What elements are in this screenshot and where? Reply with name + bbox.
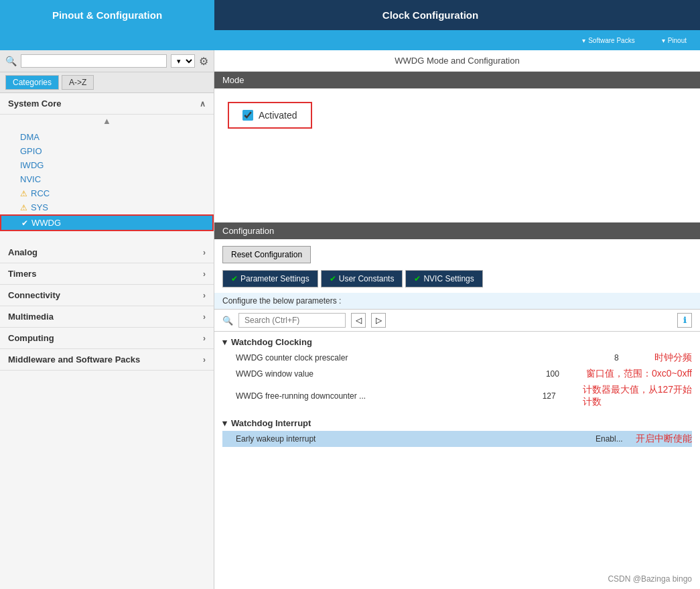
param-row-prescaler: WWDG counter clock prescaler 8 时钟分频 [222, 350, 692, 366]
watchdog-interrupt-label: Watchdog Interrupt [231, 418, 311, 428]
chevron-down-icon-2: ▾ [662, 37, 665, 44]
param-settings-label: Parameter Settings [240, 274, 309, 283]
pinout-config-tab[interactable]: Pinout & Configuration [0, 0, 214, 30]
top-header: Pinout & Configuration Clock Configurati… [0, 0, 700, 30]
multimedia-header[interactable]: Multimedia › [0, 306, 214, 328]
scroll-up-indicator: ▲ [0, 115, 214, 127]
mode-section-header: Mode [214, 72, 700, 88]
clock-config-tab[interactable]: Clock Configuration [214, 0, 646, 30]
annotation-prescaler: 时钟分频 [654, 352, 692, 364]
settings-icon[interactable]: ⚙ [199, 55, 208, 68]
timers-label: Timers [8, 269, 36, 279]
params-hint-text: Configure the below parameters : [222, 296, 341, 306]
connectivity-label: Connectivity [8, 290, 60, 300]
watchdog-interrupt-header[interactable]: ▾ Watchdog Interrupt [222, 415, 692, 431]
sidebar-item-gpio[interactable]: GPIO [0, 144, 214, 158]
param-early-wakeup-name: Early wakeup interrupt [236, 434, 596, 444]
multimedia-label: Multimedia [8, 312, 54, 322]
chevron-right-icon-analog: › [203, 248, 206, 257]
annotation-counter: 计数器最大值，从127开始 计数 [583, 384, 692, 408]
tab-user-constants[interactable]: ✔ User Constants [321, 270, 403, 287]
analog-header[interactable]: Analog › [0, 242, 214, 263]
system-core-items: DMA GPIO IWDG NVIC ⚠ RCC ⚠ SYS ✔ WWDG [0, 127, 214, 237]
az-tab[interactable]: A->Z [62, 75, 94, 90]
software-packs-menu[interactable]: ▾ Software Packs [569, 37, 648, 44]
content-area: WWDG Mode and Configuration Mode Activat… [214, 50, 700, 589]
param-row-window: WWDG window value 100 窗口值，范围：0xc0~0xff [222, 366, 692, 382]
tab-nvic-settings[interactable]: ✔ NVIC Settings [405, 270, 482, 287]
tab-parameter-settings[interactable]: ✔ Parameter Settings [222, 270, 318, 287]
param-counter-value: 127 [543, 391, 576, 401]
warning-icon-sys: ⚠ [20, 203, 27, 212]
system-core-header[interactable]: System Core ∧ [0, 93, 214, 115]
nvic-label: NVIC [20, 174, 41, 184]
more-tabs [646, 0, 700, 30]
param-prescaler-name: WWDG counter clock prescaler [236, 353, 614, 363]
param-window-name: WWDG window value [236, 369, 546, 379]
timers-header[interactable]: Timers › [0, 263, 214, 285]
sub-header-right: ▾ Software Packs ▾ Pinout [214, 30, 700, 50]
main-layout: 🔍 ▾ ⚙ Categories A->Z System Core ∧ ▲ DM… [0, 50, 700, 589]
sidebar-item-iwdg[interactable]: IWDG [0, 158, 214, 172]
param-early-wakeup-value: Enabl... [596, 434, 629, 444]
search-params-input[interactable] [238, 313, 346, 328]
search-dropdown[interactable]: ▾ [171, 54, 195, 68]
chevron-right-icon-timers: › [203, 269, 206, 279]
tab-bar: Categories A->Z [0, 72, 214, 93]
config-tabs: ✔ Parameter Settings ✔ User Constants ✔ … [214, 270, 700, 287]
sidebar-item-sys[interactable]: ⚠ SYS [0, 200, 214, 214]
param-prescaler-value: 8 [614, 353, 648, 363]
chevron-right-icon-computing: › [203, 334, 206, 343]
sys-label: SYS [31, 202, 48, 212]
search-input[interactable] [21, 54, 167, 68]
sidebar-item-rcc[interactable]: ⚠ RCC [0, 186, 214, 200]
info-button[interactable]: ℹ [677, 313, 692, 328]
param-row-early-wakeup: Early wakeup interrupt Enabl... 开启中断使能 [222, 431, 692, 447]
middleware-header[interactable]: Middleware and Software Packs › [0, 349, 214, 371]
chevron-right-icon-multimedia: › [203, 312, 206, 322]
analog-label: Analog [8, 247, 38, 257]
gpio-label: GPIO [20, 146, 42, 156]
activated-checkbox[interactable] [242, 110, 253, 121]
clock-config-title: Clock Configuration [382, 9, 478, 21]
mode-content: Activated [214, 88, 700, 222]
watchdog-clocking-group: ▾ Watchdog Clocking WWDG counter clock p… [214, 332, 700, 413]
search-params-icon: 🔍 [222, 316, 233, 326]
connectivity-header[interactable]: Connectivity › [0, 285, 214, 306]
check-icon-nvic: ✔ [414, 274, 421, 283]
pinout-menu[interactable]: ▾ Pinout [648, 37, 700, 44]
csdn-credit: CSDN @Bazinga bingo [608, 574, 692, 584]
chevron-right-icon-connectivity: › [203, 291, 206, 300]
param-row-counter: WWDG free-running downcounter ... 127 计数… [222, 382, 692, 410]
prev-nav-button[interactable]: ◁ [351, 313, 366, 328]
middleware-label: Middleware and Software Packs [8, 354, 140, 365]
computing-header[interactable]: Computing › [0, 328, 214, 349]
mode-label: Mode [222, 75, 244, 85]
watchdog-interrupt-group: ▾ Watchdog Interrupt Early wakeup interr… [214, 413, 700, 450]
pinout-config-title: Pinout & Configuration [52, 9, 162, 21]
annotation-window: 窗口值，范围：0xc0~0xff [586, 368, 692, 380]
sub-header: ▾ Software Packs ▾ Pinout [0, 30, 700, 50]
collapse-icon: ▾ [222, 337, 227, 347]
watchdog-clocking-label: Watchdog Clocking [231, 337, 312, 347]
sidebar: 🔍 ▾ ⚙ Categories A->Z System Core ∧ ▲ DM… [0, 50, 214, 589]
sidebar-item-wwdg[interactable]: ✔ WWDG [0, 214, 214, 231]
warning-icon-rcc: ⚠ [20, 189, 27, 198]
pinout-label: Pinout [668, 37, 687, 44]
config-section-header: Configuration [214, 222, 700, 239]
categories-tab[interactable]: Categories [5, 75, 59, 90]
sub-header-spacer [0, 30, 214, 50]
params-hint-bar: Configure the below parameters : [214, 293, 700, 310]
wwdg-label: WWDG [31, 218, 61, 228]
next-nav-button[interactable]: ▷ [371, 313, 386, 328]
chevron-down-icon: ▾ [582, 37, 585, 44]
reset-config-button[interactable]: Reset Configuration [222, 246, 311, 263]
watchdog-clocking-header[interactable]: ▾ Watchdog Clocking [222, 334, 692, 350]
computing-label: Computing [8, 333, 54, 343]
rcc-label: RCC [31, 188, 50, 198]
sidebar-item-dma[interactable]: DMA [0, 130, 214, 144]
search-icon: 🔍 [5, 56, 17, 66]
search-params-bar: 🔍 ◁ ▷ ℹ [214, 310, 700, 332]
sidebar-item-nvic[interactable]: NVIC [0, 172, 214, 186]
wwdg-title: WWDG Mode and Configuration [395, 56, 519, 66]
